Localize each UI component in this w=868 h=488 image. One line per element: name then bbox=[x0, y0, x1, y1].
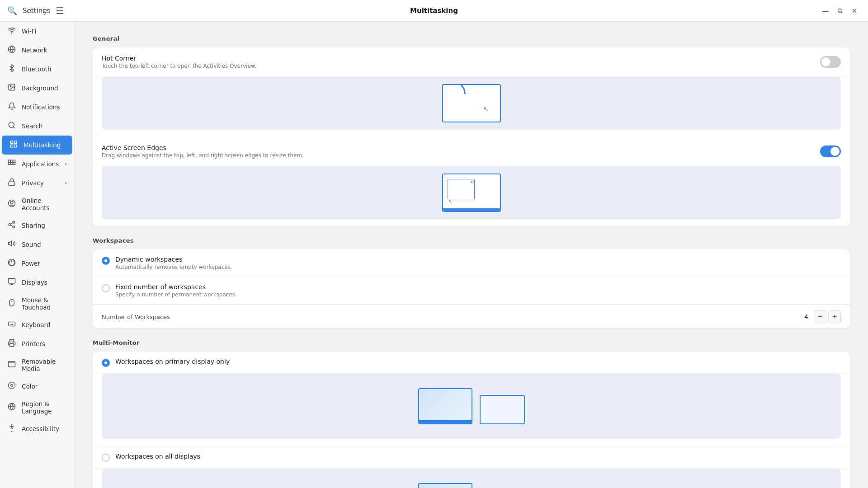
svg-point-43 bbox=[11, 385, 13, 387]
svg-rect-10 bbox=[9, 160, 11, 162]
svg-point-18 bbox=[10, 202, 13, 204]
sidebar-item-notifications[interactable]: Notifications bbox=[0, 98, 74, 117]
applications-arrow: › bbox=[65, 161, 67, 167]
accessibility-icon bbox=[7, 424, 16, 434]
increase-workspaces-button[interactable]: + bbox=[828, 310, 841, 323]
settings-window: 🔍 Settings ☰ Multitasking — ⧉ ✕ Wi-Fi bbox=[0, 0, 868, 488]
general-card: Hot Corner Touch the top-left corner to … bbox=[93, 47, 850, 226]
fixed-workspaces-label: Fixed number of workspaces bbox=[115, 283, 237, 291]
svg-rect-8 bbox=[14, 145, 17, 147]
sidebar-label-sound: Sound bbox=[22, 241, 41, 248]
sidebar-label-applications: Applications bbox=[22, 160, 59, 168]
sidebar-item-search[interactable]: Search bbox=[0, 117, 74, 136]
primary-only-preview bbox=[102, 374, 841, 439]
notifications-icon bbox=[7, 102, 16, 112]
svg-rect-7 bbox=[14, 141, 17, 143]
app-title: Settings bbox=[23, 7, 51, 15]
sidebar-item-accessibility[interactable]: Accessibility bbox=[0, 419, 74, 438]
sidebar-label-power: Power bbox=[22, 260, 40, 267]
dynamic-workspaces-info: Dynamic workspaces Automatically removes… bbox=[115, 256, 232, 270]
svg-point-21 bbox=[13, 226, 15, 228]
search-icon[interactable]: 🔍 bbox=[7, 6, 17, 15]
svg-point-42 bbox=[9, 382, 15, 389]
sidebar-item-applications[interactable]: Applications › bbox=[0, 155, 74, 174]
sidebar-item-background[interactable]: Background bbox=[0, 79, 74, 98]
workspaces-section-title: Workspaces bbox=[93, 237, 850, 244]
sidebar-label-background: Background bbox=[22, 84, 58, 92]
multi-monitor-card: Workspaces on primary display only bbox=[93, 352, 850, 488]
sidebar-item-removable-media[interactable]: Removable Media bbox=[0, 353, 74, 377]
printers-icon bbox=[7, 339, 16, 349]
sidebar-item-keyboard[interactable]: Keyboard bbox=[0, 315, 74, 334]
svg-rect-33 bbox=[9, 322, 15, 326]
all-displays-radio[interactable] bbox=[102, 454, 110, 462]
sharing-icon bbox=[7, 221, 16, 230]
sidebar-label-printers: Printers bbox=[22, 340, 45, 347]
sidebar-item-network[interactable]: Network bbox=[0, 41, 74, 60]
sidebar-label-accessibility: Accessibility bbox=[22, 425, 59, 432]
hot-corner-label: Hot Corner bbox=[102, 55, 820, 62]
secondary-monitor-box bbox=[480, 395, 525, 424]
dynamic-workspaces-radio[interactable] bbox=[102, 257, 110, 265]
svg-rect-16 bbox=[9, 182, 15, 185]
privacy-arrow: › bbox=[65, 180, 67, 186]
sound-icon bbox=[7, 239, 16, 249]
displays-icon bbox=[7, 277, 16, 287]
hot-corner-toggle[interactable] bbox=[820, 56, 841, 68]
dynamic-workspaces-row[interactable]: Dynamic workspaces Automatically removes… bbox=[93, 249, 850, 277]
main-layout: Wi-Fi Network Bluetooth Ba bbox=[0, 22, 868, 488]
sidebar-item-color[interactable]: Color bbox=[0, 377, 74, 396]
all-displays-row[interactable]: Workspaces on all displays bbox=[93, 446, 850, 469]
screen-edges-slider bbox=[820, 145, 841, 157]
decrease-workspaces-button[interactable]: − bbox=[814, 310, 826, 323]
svg-rect-39 bbox=[10, 344, 14, 347]
minimize-button[interactable]: — bbox=[819, 5, 832, 17]
applications-icon bbox=[7, 159, 16, 169]
dynamic-workspaces-label: Dynamic workspaces bbox=[115, 256, 232, 263]
sidebar-item-printers[interactable]: Printers bbox=[0, 334, 74, 353]
sidebar-item-wifi[interactable]: Wi-Fi bbox=[0, 22, 74, 41]
monitor-preview-primary bbox=[411, 381, 532, 432]
fixed-workspaces-row[interactable]: Fixed number of workspaces Specify a num… bbox=[93, 277, 850, 305]
sidebar-item-power[interactable]: Power bbox=[0, 254, 74, 273]
all-displays-info: Workspaces on all displays bbox=[115, 453, 200, 460]
sidebar-label-notifications: Notifications bbox=[22, 103, 60, 111]
sidebar: Wi-Fi Network Bluetooth Ba bbox=[0, 22, 75, 488]
menu-icon[interactable]: ☰ bbox=[56, 5, 64, 16]
sidebar-item-sharing[interactable]: Sharing bbox=[0, 216, 74, 235]
restore-button[interactable]: ⧉ bbox=[834, 5, 846, 17]
primary-only-radio[interactable] bbox=[102, 359, 110, 367]
keyboard-icon bbox=[7, 320, 16, 330]
num-workspaces-label: Number of Workspaces bbox=[102, 314, 804, 320]
close-button[interactable]: ✕ bbox=[848, 5, 861, 17]
sidebar-item-sound[interactable]: Sound bbox=[0, 235, 74, 254]
hot-corner-row: Hot Corner Touch the top-left corner to … bbox=[93, 47, 850, 77]
sidebar-item-mouse-touchpad[interactable]: Mouse & Touchpad bbox=[0, 292, 74, 315]
region-icon bbox=[7, 403, 16, 413]
sidebar-item-bluetooth[interactable]: Bluetooth bbox=[0, 60, 74, 79]
hot-corner-cursor-icon: ↖ bbox=[483, 105, 489, 113]
primary-monitor-box bbox=[418, 388, 472, 424]
fixed-workspaces-radio[interactable] bbox=[102, 284, 110, 292]
online-accounts-icon bbox=[7, 199, 16, 209]
hot-corner-preview: ↖ bbox=[442, 84, 501, 122]
svg-point-4 bbox=[9, 122, 14, 127]
primary-only-info: Workspaces on primary display only bbox=[115, 358, 230, 365]
sidebar-label-online-accounts: Online Accounts bbox=[22, 197, 67, 211]
sidebar-item-privacy[interactable]: Privacy › bbox=[0, 174, 74, 192]
screen-edges-toggle[interactable] bbox=[820, 145, 841, 157]
primary-only-row[interactable]: Workspaces on primary display only bbox=[93, 352, 850, 374]
screen-edges-label: Active Screen Edges bbox=[102, 144, 820, 151]
num-workspaces-controls: − + bbox=[814, 310, 841, 323]
sidebar-item-online-accounts[interactable]: Online Accounts bbox=[0, 192, 74, 216]
fixed-workspaces-desc: Specify a number of permanent workspaces… bbox=[115, 291, 237, 298]
monitor-preview-all bbox=[411, 476, 532, 488]
sidebar-item-region-language[interactable]: Region & Language bbox=[0, 396, 74, 419]
sidebar-item-displays[interactable]: Displays bbox=[0, 273, 74, 292]
bluetooth-icon bbox=[7, 64, 16, 74]
sidebar-label-displays: Displays bbox=[22, 279, 47, 286]
screen-edges-close-btn: ✕ bbox=[470, 180, 474, 184]
privacy-icon bbox=[7, 178, 16, 188]
sidebar-item-multitasking[interactable]: Multitasking bbox=[2, 136, 72, 155]
wifi-icon bbox=[7, 26, 16, 36]
